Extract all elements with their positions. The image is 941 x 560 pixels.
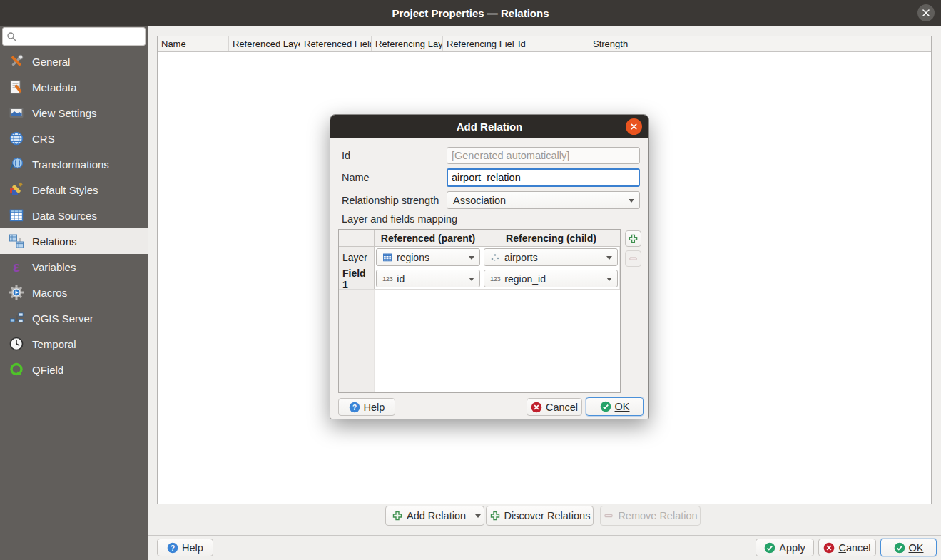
add-relation-dropdown-toggle[interactable] (472, 506, 484, 526)
add-relation-button[interactable]: Add Relation (385, 506, 472, 526)
sidebar-item-general[interactable]: General (0, 49, 148, 74)
point-layer-icon (490, 253, 500, 263)
gear-play-icon (9, 285, 24, 300)
numeric-field-icon: 123 (382, 275, 392, 282)
chevron-down-icon (475, 514, 481, 518)
field1-row-label: Field 1 (339, 268, 375, 289)
window-titlebar[interactable]: Project Properties — Relations (0, 0, 941, 26)
field1-mapping-row: Field 1 123 id 123 region_id (339, 268, 620, 290)
epsilon-icon: ε (9, 259, 24, 275)
parent-field-value: id (397, 273, 405, 285)
parent-field-cell: 123 id (375, 268, 482, 289)
help-icon: ? (349, 402, 360, 413)
column-header-id: Id (514, 36, 589, 51)
sidebar-item-label: QGIS Server (32, 312, 93, 325)
svg-text:?: ? (171, 544, 175, 551)
ok-button[interactable]: OK (880, 539, 937, 556)
sidebar-item-variables[interactable]: ε Variables (0, 254, 148, 280)
plus-icon (489, 510, 501, 521)
sidebar-item-label: Relations (32, 235, 77, 248)
relations-icon (9, 233, 24, 249)
sidebar-item-label: Variables (32, 261, 76, 273)
sidebar-item-label: CRS (32, 133, 55, 145)
plus-icon (392, 510, 403, 521)
dialog-title: Add Relation (457, 121, 523, 133)
column-header-name: Name (158, 36, 229, 51)
paintbrush-icon (9, 182, 24, 198)
sidebar-search-input[interactable] (2, 27, 146, 46)
check-icon (764, 542, 775, 554)
sidebar-item-qfield[interactable]: QField (0, 357, 148, 382)
referencing-child-header: Referencing (child) (482, 230, 620, 246)
qfield-icon (9, 362, 24, 377)
text-caret (522, 172, 523, 183)
child-layer-cell: airports (482, 247, 620, 268)
relations-table-header: Name Referenced Layer Referenced Field R… (158, 36, 931, 52)
relation-name-value: airport_relation (452, 172, 521, 183)
apply-button[interactable]: Apply (756, 539, 814, 556)
sidebar-item-default-styles[interactable]: Default Styles (0, 177, 148, 203)
globe-icon (9, 131, 24, 146)
child-field-cell: 123 region_id (482, 268, 620, 289)
dialog-titlebar[interactable]: Add Relation (330, 115, 648, 138)
sidebar-item-crs[interactable]: CRS (0, 126, 148, 151)
dialog-help-button[interactable]: ? Help (338, 398, 395, 416)
cancel-button[interactable]: Cancel (818, 539, 876, 556)
sidebar-item-label: Metadata (32, 81, 77, 93)
parent-layer-value: regions (397, 252, 429, 263)
child-field-select[interactable]: 123 region_id (484, 270, 618, 287)
sidebar-item-label: View Settings (32, 107, 97, 119)
dialog-ok-button[interactable]: OK (586, 397, 644, 416)
child-layer-value: airports (504, 252, 538, 263)
help-button[interactable]: ? Help (157, 539, 213, 556)
tools-icon (9, 54, 24, 69)
dialog-cancel-button[interactable]: Cancel (527, 398, 582, 416)
discover-relations-button[interactable]: Discover Relations (486, 506, 594, 526)
x-icon (823, 542, 835, 554)
parent-layer-select[interactable]: regions (376, 248, 480, 266)
footer-divider (148, 535, 941, 536)
sidebar-item-temporal[interactable]: Temporal (0, 331, 148, 357)
referenced-parent-header: Referenced (parent) (375, 230, 482, 246)
strength-value: Association (453, 195, 506, 206)
add-field-mapping-button[interactable] (625, 230, 641, 247)
table-icon (9, 208, 24, 223)
sidebar-item-relations[interactable]: Relations (0, 228, 148, 254)
relation-name-input[interactable]: airport_relation (447, 168, 640, 187)
server-icon (9, 310, 24, 326)
remove-relation-button[interactable]: Remove Relation (600, 506, 701, 526)
name-label: Name (342, 172, 447, 183)
sidebar-item-label: Macros (32, 287, 67, 299)
sidebar-item-label: Transformations (32, 158, 109, 170)
dialog-close-button[interactable] (626, 118, 642, 135)
sidebar-item-view-settings[interactable]: View Settings (0, 100, 148, 126)
sidebar-item-transformations[interactable]: Transformations (0, 151, 148, 177)
relationship-strength-select[interactable]: Association (447, 191, 640, 209)
sidebar-items: General Metadata View Settings CRS Trans (0, 49, 148, 382)
sidebar-search (2, 27, 146, 46)
check-icon (894, 542, 905, 554)
svg-text:?: ? (352, 403, 357, 411)
child-layer-select[interactable]: airports (484, 248, 618, 266)
column-header-referencing-field: Referencing Field (443, 36, 514, 51)
close-icon (922, 9, 930, 17)
sidebar-item-qgis-server[interactable]: QGIS Server (0, 305, 148, 331)
sidebar-item-macros[interactable]: Macros (0, 280, 148, 305)
layer-row-label: Layer (339, 247, 375, 268)
layer-mapping-row: Layer regions airports (339, 247, 620, 268)
plus-icon (628, 233, 639, 244)
minus-icon (628, 253, 639, 264)
sidebar-item-label: Data Sources (32, 210, 97, 222)
relation-id-input[interactable] (447, 147, 640, 164)
transform-globe-icon (9, 156, 24, 172)
sidebar-item-metadata[interactable]: Metadata (0, 74, 148, 100)
window-title: Project Properties — Relations (392, 7, 549, 19)
sidebar-item-data-sources[interactable]: Data Sources (0, 203, 148, 228)
help-icon: ? (167, 542, 178, 554)
window-close-button[interactable] (917, 4, 935, 21)
remove-field-mapping-button[interactable] (625, 250, 641, 267)
strength-field-row: Relationship strength Association (342, 191, 640, 209)
parent-field-select[interactable]: 123 id (376, 270, 480, 287)
sidebar-item-label: General (32, 56, 70, 68)
mapping-header-row: Referenced (parent) Referencing (child) (339, 230, 620, 247)
